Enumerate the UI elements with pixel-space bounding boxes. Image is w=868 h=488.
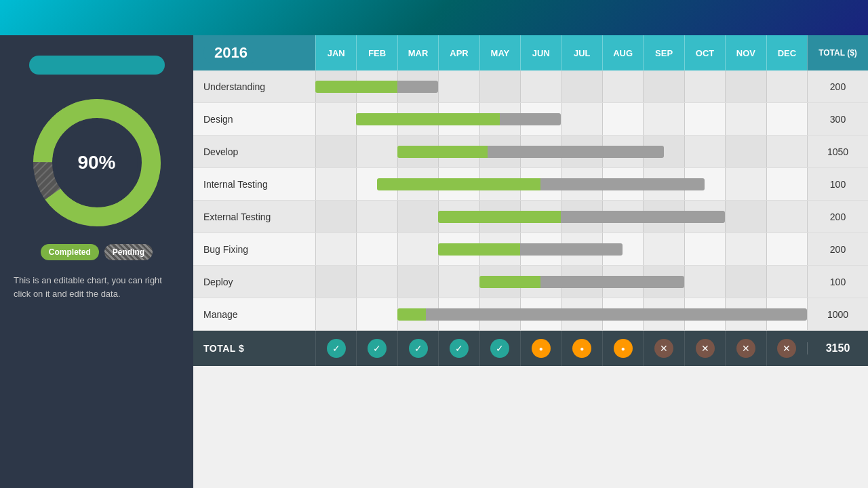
check-icon: ✓ — [327, 339, 346, 358]
bar-completed — [377, 178, 541, 190]
gantt-area — [315, 233, 807, 265]
month-headers: JANFEBMARAPRMAYJUNJULAUGSEPOCTNOVDEC — [315, 35, 807, 70]
month-header-dec: DEC — [766, 35, 807, 70]
month-header-feb: FEB — [356, 35, 397, 70]
x-icon: ✕ — [736, 339, 755, 358]
gantt-area — [315, 266, 807, 298]
table-row: Understanding200 — [193, 70, 868, 103]
row-total: 1050 — [807, 136, 868, 167]
row-total: 1000 — [807, 298, 868, 330]
month-header-aug: AUG — [602, 35, 643, 70]
gantt-area — [315, 201, 807, 232]
legend-completed: Completed — [41, 244, 99, 260]
row-label: External Testing — [193, 211, 315, 222]
row-label: Design — [193, 114, 315, 125]
bar-pending — [500, 113, 561, 125]
gantt-bar — [356, 113, 561, 125]
total-icon-cell: ✕ — [684, 331, 725, 366]
left-panel: 90% Completed Pending This is an editabl… — [0, 35, 193, 488]
row-label: Understanding — [193, 81, 315, 92]
bar-pending — [397, 81, 438, 93]
top-bar — [0, 0, 868, 35]
gantt-area — [315, 168, 807, 200]
gantt-area — [315, 298, 807, 330]
table-row: Internal Testing100 — [193, 168, 868, 201]
check-icon: ✓ — [368, 339, 387, 358]
month-header-nov: NOV — [725, 35, 766, 70]
bar-completed — [479, 276, 541, 288]
total-icon-cell: ● — [602, 331, 643, 366]
total-icon-cell: ✓ — [438, 331, 479, 366]
table-row: Deploy100 — [193, 266, 868, 298]
bar-pending — [561, 211, 725, 223]
bar-completed — [356, 113, 499, 125]
bar-pending — [540, 178, 705, 190]
bar-pending — [488, 146, 664, 158]
table-row: Manage1000 — [193, 298, 868, 331]
row-label: Manage — [193, 309, 315, 320]
bar-completed — [438, 243, 520, 256]
total-icon-cell: ✓ — [315, 331, 356, 366]
total-icons: ✓✓✓✓✓●●●✕✕✕✕ — [315, 331, 807, 366]
check-icon: ✓ — [490, 339, 509, 358]
chart-header: 2016 JANFEBMARAPRMAYJUNJULAUGSEPOCTNOVDE… — [193, 35, 868, 70]
check-icon: ✓ — [409, 339, 428, 358]
donut-chart: 90% — [29, 95, 165, 230]
table-row: Design300 — [193, 103, 868, 136]
chart-area: 2016 JANFEBMARAPRMAYJUNJULAUGSEPOCTNOVDE… — [193, 35, 868, 488]
percent-label: 90% — [77, 152, 115, 174]
row-label: Bug Fixing — [193, 244, 315, 255]
month-header-mar: MAR — [397, 35, 438, 70]
total-icon-cell: ✕ — [766, 331, 807, 366]
month-header-jul: JUL — [561, 35, 602, 70]
legend-pending: Pending — [104, 244, 153, 260]
table-row: Bug Fixing200 — [193, 233, 868, 266]
bar-pending — [540, 276, 684, 288]
total-icon-cell: ✕ — [725, 331, 766, 366]
row-total: 100 — [807, 266, 868, 298]
total-icon-cell: ✓ — [356, 331, 397, 366]
year-cell: 2016 — [193, 35, 315, 70]
gantt-bar — [438, 243, 623, 256]
month-header-may: MAY — [479, 35, 520, 70]
total-row: TOTAL $ ✓✓✓✓✓●●●✕✕✕✕ 3150 — [193, 331, 868, 366]
table-row: Develop1050 — [193, 136, 868, 168]
row-total: 300 — [807, 103, 868, 135]
table-row: External Testing200 — [193, 201, 868, 233]
info-text: This is an editable chart, you can right… — [0, 274, 193, 300]
legend: Completed Pending — [41, 244, 153, 260]
x-icon: ✕ — [777, 339, 796, 358]
total-icon-cell: ● — [561, 331, 602, 366]
bar-completed — [397, 308, 426, 321]
x-icon: ✕ — [696, 339, 715, 358]
bar-pending — [426, 308, 807, 321]
total-header: TOTAL ($) — [807, 35, 868, 70]
row-label: Develop — [193, 146, 315, 157]
gantt-bar — [377, 178, 705, 190]
row-label: Internal Testing — [193, 179, 315, 190]
row-total: 100 — [807, 168, 868, 200]
bar-completed — [315, 81, 397, 93]
total-label: TOTAL $ — [193, 343, 315, 354]
total-amount: 3150 — [807, 342, 868, 354]
gantt-bar — [397, 308, 807, 321]
check-icon: ✓ — [450, 339, 469, 358]
month-header-jan: JAN — [315, 35, 356, 70]
row-total: 200 — [807, 233, 868, 265]
bar-completed — [397, 146, 488, 158]
total-icon-cell: ✓ — [397, 331, 438, 366]
month-header-apr: APR — [438, 35, 479, 70]
gantt-bar — [315, 81, 438, 93]
bar-pending — [520, 243, 623, 256]
month-header-oct: OCT — [684, 35, 725, 70]
total-icon-cell: ● — [520, 331, 561, 366]
month-header-jun: JUN — [520, 35, 561, 70]
gantt-area — [315, 103, 807, 135]
gantt-bar — [397, 146, 664, 158]
circle-icon: ● — [532, 339, 551, 358]
gantt-area — [315, 136, 807, 167]
x-icon: ✕ — [654, 339, 673, 358]
total-icon-cell: ✓ — [479, 331, 520, 366]
circle-icon: ● — [614, 339, 633, 358]
progress-bar — [29, 56, 165, 75]
